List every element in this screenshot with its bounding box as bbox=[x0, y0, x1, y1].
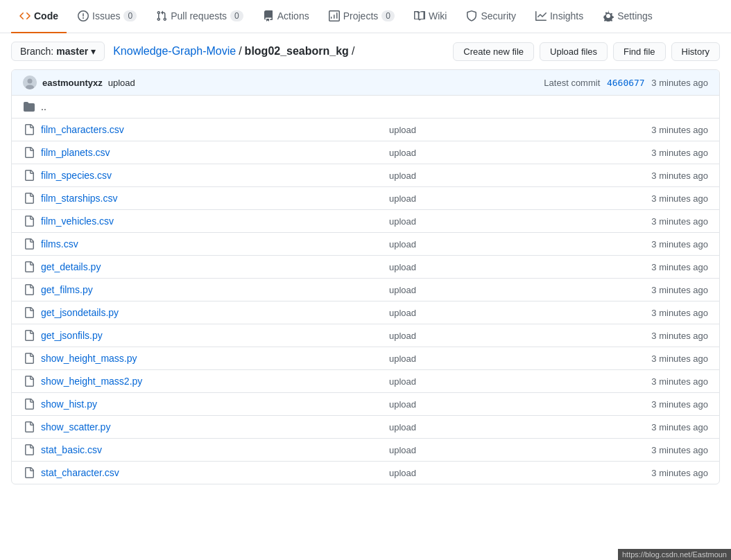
find-file-button[interactable]: Find file bbox=[613, 42, 666, 61]
insights-icon bbox=[535, 10, 547, 21]
file-time: 3 minutes ago bbox=[611, 353, 708, 364]
tab-actions-label: Actions bbox=[277, 10, 309, 21]
tab-code[interactable]: Code bbox=[11, 0, 67, 33]
file-link[interactable]: get_details.py bbox=[41, 261, 101, 272]
tab-actions[interactable]: Actions bbox=[255, 0, 318, 33]
branch-label: Branch: bbox=[20, 46, 53, 57]
file-icon bbox=[23, 329, 35, 342]
file-link[interactable]: film_characters.csv bbox=[41, 124, 124, 135]
commit-time: 3 minutes ago bbox=[651, 78, 708, 88]
file-icon bbox=[23, 466, 35, 479]
table-row: show_hist.py upload 3 minutes ago bbox=[12, 393, 719, 416]
file-name: show_hist.py bbox=[41, 399, 389, 410]
file-icon bbox=[23, 215, 35, 227]
breadcrumb-sep1: / bbox=[239, 45, 241, 58]
file-link[interactable]: show_scatter.py bbox=[41, 421, 110, 432]
file-link[interactable]: film_vehicles.csv bbox=[41, 216, 114, 227]
commit-row-right: Latest commit 4660677 3 minutes ago bbox=[544, 78, 708, 88]
table-row: film_starships.csv upload 3 minutes ago bbox=[12, 187, 719, 210]
svg-point-1 bbox=[28, 79, 33, 84]
upload-files-button[interactable]: Upload files bbox=[540, 42, 608, 61]
file-link[interactable]: film_species.csv bbox=[41, 170, 112, 181]
tab-issues[interactable]: Issues 0 bbox=[69, 0, 145, 33]
table-row: get_jsonfils.py upload 3 minutes ago bbox=[12, 324, 719, 347]
branch-selector[interactable]: Branch: master ▾ bbox=[11, 42, 105, 61]
tab-settings-label: Settings bbox=[617, 10, 653, 21]
file-icon bbox=[23, 146, 35, 159]
file-link[interactable]: get_jsondetails.py bbox=[41, 307, 119, 318]
table-row: stat_basic.csv upload 3 minutes ago bbox=[12, 439, 719, 462]
table-row: show_height_mass2.py upload 3 minutes ag… bbox=[12, 370, 719, 393]
table-row: .. bbox=[12, 96, 719, 119]
file-icon bbox=[23, 306, 35, 319]
file-link[interactable]: stat_basic.csv bbox=[41, 444, 102, 455]
file-name: film_characters.csv bbox=[41, 124, 389, 135]
table-row: show_height_mass.py upload 3 minutes ago bbox=[12, 347, 719, 370]
issues-icon bbox=[78, 10, 89, 21]
issues-badge: 0 bbox=[123, 10, 137, 21]
tab-insights[interactable]: Insights bbox=[527, 0, 592, 33]
breadcrumb-bar: Branch: master ▾ Knowledge-Graph-Movie /… bbox=[0, 33, 731, 69]
file-name: stat_basic.csv bbox=[41, 444, 389, 455]
file-commit-message: upload bbox=[389, 353, 611, 364]
projects-badge: 0 bbox=[381, 10, 395, 21]
file-name: films.csv bbox=[41, 238, 389, 250]
file-commit-message: upload bbox=[389, 239, 611, 250]
file-icon bbox=[23, 261, 35, 273]
file-link[interactable]: show_hist.py bbox=[41, 399, 97, 410]
action-buttons: Create new file Upload files Find file H… bbox=[453, 42, 720, 61]
file-commit-message: upload bbox=[389, 376, 611, 387]
file-link[interactable]: show_height_mass2.py bbox=[41, 376, 142, 387]
file-commit-message: upload bbox=[389, 193, 611, 204]
file-time: 3 minutes ago bbox=[611, 445, 708, 455]
table-row: film_planets.csv upload 3 minutes ago bbox=[12, 141, 719, 164]
file-name: get_jsondetails.py bbox=[41, 307, 389, 318]
file-link[interactable]: film_planets.csv bbox=[41, 147, 110, 158]
actions-icon bbox=[263, 10, 274, 21]
file-commit-message: upload bbox=[389, 216, 611, 227]
file-name: .. bbox=[41, 101, 389, 112]
folder-name: blog02_seaborn_kg bbox=[245, 45, 349, 58]
tab-pullrequests[interactable]: Pull requests 0 bbox=[148, 0, 252, 33]
table-row: films.csv upload 3 minutes ago bbox=[12, 233, 719, 256]
file-commit-message: upload bbox=[389, 308, 611, 318]
file-link[interactable]: show_height_mass.py bbox=[41, 353, 137, 364]
table-row: film_species.csv upload 3 minutes ago bbox=[12, 164, 719, 187]
file-link[interactable]: get_films.py bbox=[41, 284, 93, 295]
file-icon bbox=[23, 444, 35, 456]
tab-projects-label: Projects bbox=[343, 10, 379, 21]
create-new-button[interactable]: Create new file bbox=[453, 42, 534, 61]
table-row: show_scatter.py upload 3 minutes ago bbox=[12, 416, 719, 439]
file-icon bbox=[23, 238, 35, 250]
file-list: .. film_characters.csv upload 3 minutes … bbox=[12, 96, 719, 484]
file-name: show_height_mass2.py bbox=[41, 376, 389, 387]
table-row: get_details.py upload 3 minutes ago bbox=[12, 256, 719, 279]
file-icon bbox=[23, 352, 35, 365]
repo-link[interactable]: Knowledge-Graph-Movie bbox=[113, 45, 236, 58]
file-name: film_vehicles.csv bbox=[41, 216, 389, 227]
file-time: 3 minutes ago bbox=[611, 193, 708, 204]
file-table: eastmountyxz upload Latest commit 466067… bbox=[11, 69, 720, 484]
tab-wiki[interactable]: Wiki bbox=[406, 0, 455, 33]
file-link[interactable]: films.csv bbox=[41, 238, 78, 250]
wiki-icon bbox=[414, 10, 425, 21]
file-link[interactable]: .. bbox=[41, 101, 46, 112]
file-name: get_jsonfils.py bbox=[41, 330, 389, 341]
commit-hash[interactable]: 4660677 bbox=[607, 78, 645, 88]
tab-settings[interactable]: Settings bbox=[594, 0, 661, 33]
tab-projects[interactable]: Projects 0 bbox=[320, 0, 403, 33]
file-link[interactable]: stat_character.csv bbox=[41, 467, 119, 478]
table-row: film_vehicles.csv upload 3 minutes ago bbox=[12, 210, 719, 233]
tab-security[interactable]: Security bbox=[458, 0, 524, 33]
file-name: show_height_mass.py bbox=[41, 353, 389, 364]
file-time: 3 minutes ago bbox=[611, 376, 708, 387]
file-link[interactable]: get_jsonfils.py bbox=[41, 330, 103, 341]
history-button[interactable]: History bbox=[671, 42, 720, 61]
table-row: get_films.py upload 3 minutes ago bbox=[12, 279, 719, 301]
breadcrumb-left: Branch: master ▾ Knowledge-Graph-Movie /… bbox=[11, 42, 354, 61]
table-row: stat_character.csv upload 3 minutes ago bbox=[12, 462, 719, 484]
commit-row: eastmountyxz upload Latest commit 466067… bbox=[12, 70, 719, 96]
file-name: get_films.py bbox=[41, 284, 389, 295]
file-link[interactable]: film_starships.csv bbox=[41, 193, 117, 204]
code-icon bbox=[19, 10, 31, 21]
